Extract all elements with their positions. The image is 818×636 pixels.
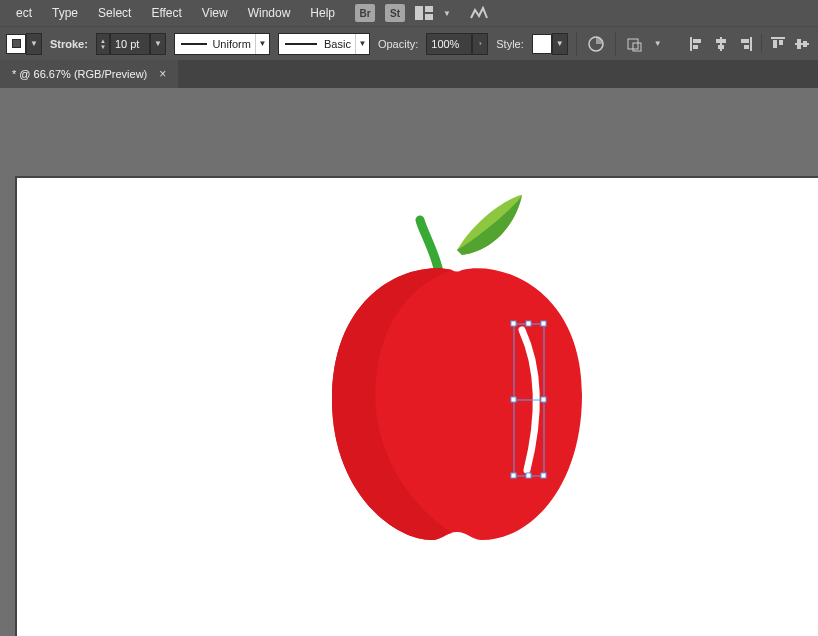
document-tab-title: * @ 66.67% (RGB/Preview) [12,68,147,80]
opacity-field[interactable]: 100% › [426,33,488,55]
brush-value: Basic [324,38,351,50]
menu-window[interactable]: Window [238,2,301,24]
menu-bar: ect Type Select Effect View Window Help … [0,0,818,26]
variable-width-profile-dropdown[interactable]: Uniform ▼ [174,33,270,55]
menu-effect[interactable]: Effect [141,2,191,24]
chevron-down-icon[interactable]: ▼ [654,39,662,48]
align-right-icon[interactable] [735,34,755,54]
menu-help[interactable]: Help [300,2,345,24]
svg-rect-8 [693,45,698,49]
separator [761,34,762,52]
brush-definition-dropdown[interactable]: Basic ▼ [278,33,370,55]
svg-rect-14 [744,45,749,49]
svg-rect-24 [526,321,531,326]
svg-rect-19 [797,39,801,49]
svg-rect-13 [741,39,749,43]
svg-rect-29 [526,473,531,478]
menu-extras: Br St ▼ [355,4,489,22]
svg-rect-16 [773,40,777,48]
svg-rect-17 [779,40,783,45]
document-tab[interactable]: * @ 66.67% (RGB/Preview) × [0,60,178,88]
svg-rect-1 [425,6,433,12]
style-label: Style: [496,38,524,50]
chevron-down-icon[interactable]: ▼ [552,33,568,55]
align-left-icon[interactable] [687,34,707,54]
document-tab-bar: * @ 66.67% (RGB/Preview) × [0,60,818,88]
menu-view[interactable]: View [192,2,238,24]
svg-rect-30 [541,473,546,478]
svg-rect-7 [693,39,701,43]
options-bar: ▼ Stroke: ▲▼ 10 pt ▼ Uniform ▼ Basic ▼ O… [0,26,818,60]
style-swatch-icon [532,34,552,54]
bridge-icon[interactable]: Br [355,4,375,22]
align-vcenter-icon[interactable] [792,34,812,54]
separator [576,32,577,56]
arrange-docs-icon[interactable] [415,6,433,20]
graphic-style-dropdown[interactable]: ▼ [532,33,568,55]
svg-rect-2 [425,14,433,20]
spinner-arrows-icon[interactable]: ▲▼ [96,33,110,55]
chevron-right-icon[interactable]: › [472,33,488,55]
fill-stroke-swatch[interactable]: ▼ [6,33,42,55]
svg-rect-0 [415,6,423,20]
artboard[interactable] [15,176,818,636]
svg-rect-26 [511,397,516,402]
apple-artwork[interactable] [322,190,602,570]
swatch-icon [6,34,26,54]
menu-object[interactable]: ect [6,2,42,24]
svg-rect-11 [718,45,724,49]
svg-rect-28 [511,473,516,478]
workspace[interactable] [0,88,818,636]
separator [615,32,616,56]
svg-rect-20 [803,41,807,47]
arrange-dropdown-icon[interactable]: ▼ [443,9,451,18]
chevron-down-icon[interactable]: ▼ [150,33,166,55]
recolor-artwork-icon[interactable] [585,33,607,55]
align-to-dropdown[interactable] [624,33,646,55]
opacity-label: Opacity: [378,38,418,50]
chevron-down-icon[interactable]: ▼ [255,34,269,54]
svg-rect-25 [541,321,546,326]
stroke-weight-spinner[interactable]: ▲▼ 10 pt ▼ [96,33,166,55]
align-hcenter-icon[interactable] [711,34,731,54]
svg-rect-10 [716,39,726,43]
gpu-performance-icon[interactable] [469,6,489,20]
stock-icon[interactable]: St [385,4,405,22]
close-icon[interactable]: × [159,67,166,81]
align-buttons [687,34,812,54]
chevron-down-icon[interactable]: ▼ [355,34,369,54]
menu-type[interactable]: Type [42,2,88,24]
svg-rect-27 [541,397,546,402]
align-top-icon[interactable] [768,34,788,54]
opacity-value[interactable]: 100% [426,33,472,55]
stroke-weight-value[interactable]: 10 pt [110,33,150,55]
chevron-down-icon[interactable]: ▼ [26,33,42,55]
svg-rect-23 [511,321,516,326]
variable-width-value: Uniform [212,38,251,50]
stroke-label: Stroke: [50,38,88,50]
menu-select[interactable]: Select [88,2,141,24]
svg-rect-5 [633,43,641,51]
